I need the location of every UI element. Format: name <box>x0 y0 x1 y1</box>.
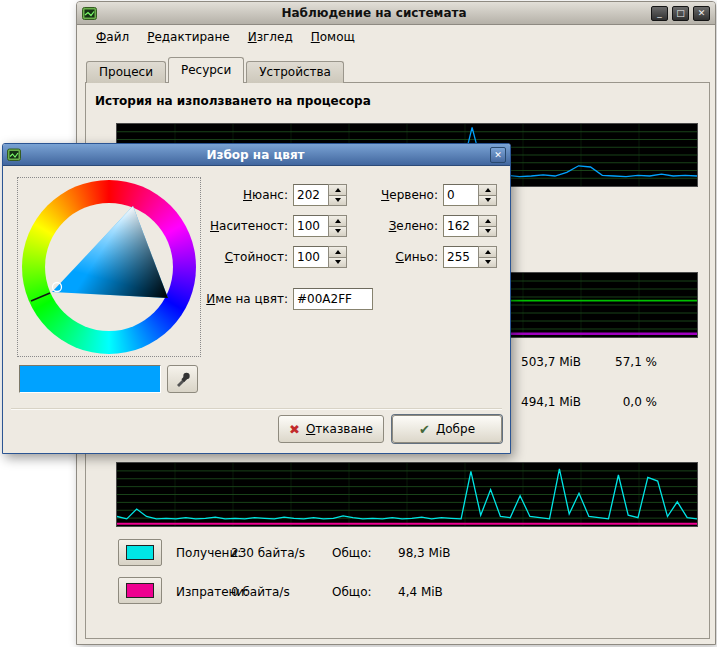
red-input[interactable] <box>443 184 478 206</box>
received-total: 98,3 MiB <box>398 546 450 560</box>
eyedropper-button[interactable] <box>167 365 198 393</box>
received-total-label: Общо: <box>332 546 372 560</box>
tab-strip: Процеси Ресурси Устройства <box>86 57 346 83</box>
dialog-close-button[interactable]: ✕ <box>490 147 506 163</box>
swap-used-value: 494,1 MiB <box>521 395 581 409</box>
red-step-down[interactable] <box>478 195 497 207</box>
tab-devices[interactable]: Устройства <box>246 61 344 83</box>
dialog-titlebar[interactable]: Избор на цвят ✕ <box>3 144 510 166</box>
hsv-triangle[interactable] <box>18 178 200 356</box>
memory-used-value: 503,7 MiB <box>521 355 581 369</box>
menu-view[interactable]: Изглед <box>239 27 302 47</box>
blue-spinbox <box>443 246 497 268</box>
received-color-swatch <box>126 545 154 560</box>
menubar: Файл Редактиране Изглед Помощ <box>77 25 715 49</box>
green-step-down[interactable] <box>478 226 497 238</box>
green-input[interactable] <box>443 215 478 237</box>
menu-edit[interactable]: Редактиране <box>138 27 239 47</box>
hue-input[interactable] <box>293 184 328 206</box>
red-step-up[interactable] <box>478 184 497 195</box>
cpu-history-title: История на използването на процесора <box>95 94 371 108</box>
tab-resources[interactable]: Ресурси <box>168 57 244 83</box>
saturation-label: Наситеност: <box>188 215 288 237</box>
blue-step-down[interactable] <box>478 257 497 269</box>
dialog-body: Нюанс: Червено: Наситеност: Зелено: Стой… <box>3 166 510 453</box>
close-button[interactable]: ✕ <box>693 6 710 21</box>
color-picker-dialog: Избор на цвят ✕ <box>2 143 511 454</box>
received-rate: 230 байта/s <box>231 546 305 560</box>
dialog-close-icon: ✕ <box>494 150 502 160</box>
swap-percent-value: 0,0 % <box>597 395 657 409</box>
sent-total-label: Общо: <box>332 585 372 599</box>
menu-help[interactable]: Помощ <box>302 27 364 47</box>
sent-color-swatch <box>126 583 154 598</box>
network-history-chart <box>116 462 698 527</box>
sent-total: 4,4 MiB <box>398 585 443 599</box>
red-spinbox <box>443 184 497 206</box>
hue-label: Нюанс: <box>188 184 288 206</box>
green-spinbox <box>443 215 497 237</box>
window-title: Наблюдение на системата <box>101 6 647 20</box>
received-color-button[interactable] <box>118 539 162 566</box>
color-preview-swatch <box>19 365 161 393</box>
ok-button[interactable]: ✔ Добре <box>392 415 502 443</box>
menu-file[interactable]: Файл <box>87 27 138 47</box>
color-name-label: Име на цвят: <box>188 288 288 310</box>
sent-rate: 0 байта/s <box>231 585 290 599</box>
minimize-button[interactable]: _ <box>651 6 668 21</box>
blue-label: Синьо: <box>338 246 438 268</box>
minimize-icon: _ <box>657 7 662 20</box>
hsv-color-wheel[interactable] <box>17 177 201 357</box>
memory-percent-value: 57,1 % <box>597 355 657 369</box>
maximize-icon: □ <box>676 7 685 20</box>
dialog-title: Избор на цвят <box>25 148 486 162</box>
dialog-app-icon <box>7 148 21 162</box>
cancel-x-icon: ✖ <box>289 422 300 437</box>
blue-step-up[interactable] <box>478 246 497 257</box>
hue-ring-marker <box>31 293 50 301</box>
dialog-separator <box>11 408 502 410</box>
red-label: Червено: <box>338 184 438 206</box>
blue-input[interactable] <box>443 246 478 268</box>
window-titlebar[interactable]: Наблюдение на системата _ □ ✕ <box>77 2 715 25</box>
sent-color-button[interactable] <box>118 577 162 604</box>
close-icon: ✕ <box>698 7 706 20</box>
value-input[interactable] <box>293 246 328 268</box>
color-name-input[interactable] <box>293 288 373 310</box>
maximize-button[interactable]: □ <box>672 6 689 21</box>
value-label: Стойност: <box>188 246 288 268</box>
tab-processes[interactable]: Процеси <box>86 61 166 83</box>
saturation-input[interactable] <box>293 215 328 237</box>
eyedropper-icon <box>175 371 191 387</box>
cancel-button[interactable]: ✖ Отказване <box>278 415 384 443</box>
green-label: Зелено: <box>338 215 438 237</box>
green-step-up[interactable] <box>478 215 497 226</box>
ok-check-icon: ✔ <box>419 422 430 437</box>
app-icon <box>82 6 97 21</box>
